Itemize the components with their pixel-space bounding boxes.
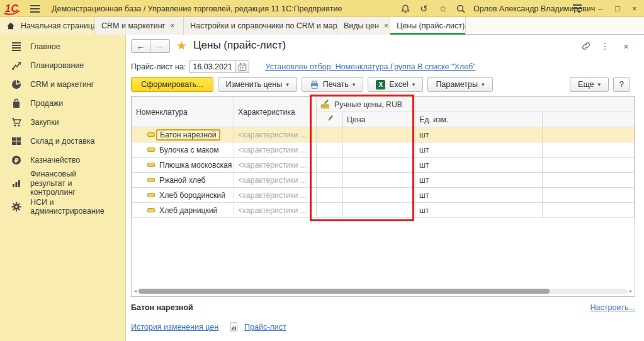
table-row[interactable]: Плюшка московская <характеристики ... шт	[132, 158, 635, 173]
table-row[interactable]: Ржаной хлеб <характеристики ... шт	[132, 173, 635, 188]
cell-unit[interactable]: шт	[415, 127, 543, 142]
favorites-star-icon[interactable]: ☆	[439, 0, 447, 17]
window-title: Демонстрационная база / Управление торго…	[52, 0, 342, 17]
cell-unit[interactable]: шт	[415, 203, 543, 218]
search-icon[interactable]	[456, 0, 466, 17]
pricelist-date-input[interactable]	[189, 61, 235, 73]
notifications-bell-icon[interactable]	[400, 0, 410, 17]
excel-button[interactable]: X Excel▾	[368, 77, 423, 92]
sidebar-item-label: НСИ и администрирование	[30, 198, 125, 216]
column-header-unit[interactable]: Ед. изм.	[415, 112, 543, 127]
table-row[interactable]: Булочка с маком <характеристики ... шт	[132, 142, 635, 158]
scroll-left-icon[interactable]: ◂	[134, 288, 137, 294]
column-header-nomenclature[interactable]: Номенклатура	[132, 97, 234, 127]
table-row[interactable]: Хлеб бородинский <характеристики ... шт	[132, 188, 635, 203]
cell-price[interactable]	[343, 203, 415, 218]
minimize-button[interactable]: –	[598, 0, 602, 17]
horizontal-scrollbar[interactable]: ◂ ▸	[134, 288, 632, 294]
cell-characteristic[interactable]: <характеристики ...	[234, 158, 317, 173]
get-link-icon[interactable]	[581, 41, 591, 53]
favorite-star-icon[interactable]: ★	[176, 38, 187, 53]
tab-close-icon[interactable]: ×	[170, 21, 174, 30]
cell-price[interactable]	[343, 188, 415, 203]
scrollbar-track[interactable]	[138, 289, 628, 294]
cell-price[interactable]	[343, 127, 415, 142]
chevron-down-icon: ▾	[353, 81, 356, 88]
cell-unit[interactable]: шт	[415, 158, 543, 173]
cell-unit[interactable]: шт	[415, 188, 543, 203]
sidebar-item-label: CRM и маркетинг	[30, 80, 94, 89]
tab-crm-marketing[interactable]: CRM и маркетинг ×	[95, 17, 184, 35]
more-actions-icon[interactable]: ⋮	[601, 41, 609, 51]
cell-price[interactable]	[343, 158, 415, 173]
help-label: ?	[619, 80, 624, 89]
tab-home[interactable]: Начальная страница	[0, 17, 95, 35]
sidebar-item-label: Казначейство	[30, 156, 80, 165]
parameters-button[interactable]: Параметры▾	[427, 77, 492, 92]
close-form-icon[interactable]: ×	[623, 41, 629, 52]
item-icon	[147, 178, 155, 182]
cell-nomenclature: Хлеб бородинский	[159, 191, 225, 200]
scrollbar-thumb[interactable]	[138, 289, 550, 294]
cell-characteristic[interactable]: <характеристики ...	[234, 142, 317, 158]
cell-nomenclature: Булочка с маком	[159, 146, 219, 154]
edit-pencil-icon[interactable]	[317, 112, 343, 127]
cell-unit[interactable]: шт	[415, 142, 543, 158]
item-icon	[147, 132, 155, 137]
app-window: 1С Демонстрационная база / Управление то…	[0, 0, 644, 341]
date-label: Прайс-лист на:	[131, 62, 186, 71]
cell-unit[interactable]: шт	[415, 173, 543, 188]
print-button[interactable]: Печать▾	[302, 77, 363, 92]
sidebar-item-treasury[interactable]: ₽ Казначейство	[0, 151, 125, 170]
tab-prices-pricelist[interactable]: Цены (прайс-лист) ×	[390, 17, 466, 35]
close-window-button[interactable]: ×	[632, 0, 637, 17]
sidebar-item-finance[interactable]: Финансовый результат и контроллинг	[0, 170, 125, 197]
sidebar-item-warehouse[interactable]: Склад и доставка	[0, 132, 125, 151]
user-settings-icon[interactable]	[573, 0, 582, 17]
table-row[interactable]: Хлеб дарницкий <характеристики ... шт	[132, 203, 635, 218]
tab-close-icon[interactable]: ×	[384, 21, 388, 30]
scroll-right-icon[interactable]: ▸	[630, 288, 632, 294]
filter-link[interactable]: Установлен отбор: Номенклатура.Группа В …	[265, 62, 475, 71]
sidebar-item-planning[interactable]: Планирование	[0, 56, 125, 75]
calendar-button[interactable]	[235, 61, 249, 73]
cell-characteristic[interactable]: <характеристики ...	[234, 127, 317, 142]
cell-nomenclature: Плюшка московская	[159, 161, 232, 170]
pricelist-link[interactable]: Прайс-лист	[244, 323, 286, 332]
filter-row: Прайс-лист на: Установлен отбор: Номенкл…	[131, 59, 644, 74]
item-icon	[147, 147, 155, 152]
cell-price[interactable]	[343, 173, 415, 188]
cell-price[interactable]	[343, 142, 415, 158]
planning-chart-icon	[11, 61, 21, 71]
change-prices-button[interactable]: Изменить цены▾	[218, 77, 297, 92]
history-icon[interactable]: ↺	[420, 0, 428, 17]
column-header-empty	[415, 97, 635, 112]
help-button[interactable]: ?	[613, 77, 630, 92]
back-button[interactable]: ←	[131, 39, 150, 53]
maximize-button[interactable]: □	[615, 0, 620, 17]
table-row[interactable]: Батон нарезной <характеристики ... шт	[132, 127, 635, 142]
shopping-cart-icon	[11, 117, 21, 127]
column-group-manual-prices[interactable]: Ручные цены, RUB	[317, 97, 415, 112]
sidebar-item-purchases[interactable]: Закупки	[0, 113, 125, 132]
forward-button[interactable]: →	[150, 39, 170, 53]
tab-price-types[interactable]: Виды цен ×	[337, 17, 390, 35]
configure-link[interactable]: Настроить...	[590, 303, 636, 312]
cell-characteristic[interactable]: <характеристики ...	[234, 188, 317, 203]
cell-nomenclature: Батон нарезной	[156, 129, 220, 141]
sidebar-item-admin[interactable]: НСИ и администрирование	[0, 197, 125, 216]
column-header-price[interactable]: Цена	[343, 112, 415, 127]
column-header-characteristic[interactable]: Характеристика	[234, 97, 317, 127]
main-menu-icon[interactable]	[30, 0, 40, 17]
sidebar-item-sales[interactable]: Продажи	[0, 94, 125, 113]
excel-icon: X	[376, 80, 385, 90]
generate-button[interactable]: Сформировать...	[131, 77, 213, 92]
cell-characteristic[interactable]: <характеристики ...	[234, 203, 317, 218]
price-history-link[interactable]: История изменения цен	[131, 323, 218, 332]
sidebar-item-main[interactable]: Главное	[0, 37, 125, 56]
tab-crm-settings[interactable]: Настройки и справочники по CRM и маркети…	[184, 17, 337, 35]
more-button[interactable]: Еще▾	[570, 77, 609, 92]
cell-characteristic[interactable]: <характеристики ...	[234, 173, 317, 188]
cell-nomenclature: Ржаной хлеб	[159, 176, 206, 185]
sidebar-item-crm-marketing[interactable]: CRM и маркетинг	[0, 75, 125, 94]
